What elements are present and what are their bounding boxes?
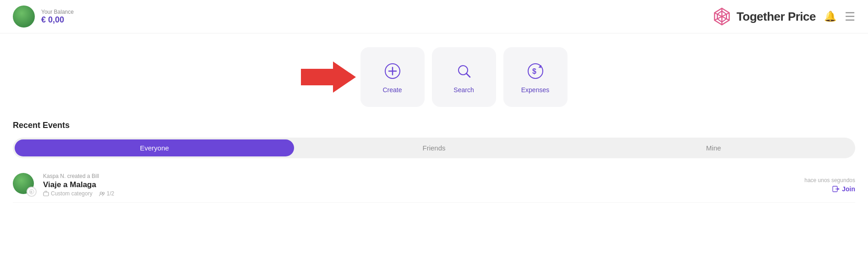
event-avatar-badge: B [27,187,37,197]
expenses-card-label: Expenses [521,86,549,94]
balance-info: Your Balance € 0,00 [41,9,74,25]
svg-point-17 [103,192,104,194]
header-right: Together Price 🔔 ☰ [712,6,855,27]
recent-events-section: Recent Events Everyone Friends Mine B Ka… [0,121,868,203]
action-section: Create Search $ Expenses [0,33,868,116]
event-created-by: Kaspa N. created a Bill [43,173,114,179]
dollar-circle-icon: $ [526,62,545,80]
event-participants: 1/2 [99,190,115,197]
hamburger-menu-icon[interactable]: ☰ [845,10,855,24]
tab-friends[interactable]: Friends [294,139,573,156]
tab-everyone[interactable]: Everyone [15,139,294,156]
user-avatar [13,6,35,28]
svg-text:B: B [30,190,33,194]
tab-mine[interactable]: Mine [574,139,853,156]
brand: Together Price [712,6,816,27]
event-avatar-wrap: B [13,173,37,197]
recent-events-title: Recent Events [13,121,855,130]
search-circle-icon [455,62,473,80]
svg-rect-15 [44,192,49,196]
events-tabs-bar: Everyone Friends Mine [13,138,855,158]
svg-line-10 [466,73,470,77]
join-label: Join [842,185,855,193]
event-name: Viaje a Malaga [43,180,114,189]
category-icon [43,191,49,197]
expenses-card[interactable]: $ Expenses [503,47,568,107]
plus-circle-icon [383,62,402,80]
create-card-label: Create [382,86,402,94]
notification-bell-icon[interactable]: 🔔 [824,11,836,22]
balance-label: Your Balance [41,9,74,15]
action-cards: Create Search $ Expenses [360,47,568,107]
search-icon-wrap [453,61,475,82]
event-meta: Custom category 1/2 [43,190,114,197]
event-right: hace unos segundos Join [804,177,855,193]
red-arrow-icon [301,59,356,95]
create-card[interactable]: Create [360,47,425,107]
header-left: Your Balance € 0,00 [13,6,74,28]
search-card-label: Search [453,86,474,94]
badge-icon: B [29,189,34,194]
balance-amount: € 0,00 [41,15,74,25]
brand-name: Together Price [737,10,816,24]
event-info: Kaspa N. created a Bill Viaje a Malaga C… [43,173,114,197]
svg-text:$: $ [532,67,536,75]
event-left: B Kaspa N. created a Bill Viaje a Malaga… [13,173,114,197]
search-card[interactable]: Search [432,47,496,107]
join-button[interactable]: Join [832,185,855,193]
expenses-icon-wrap: $ [525,61,546,82]
brand-logo-icon [712,6,732,27]
app-header: Your Balance € 0,00 Together Price 🔔 ☰ [0,0,868,33]
arrow-indicator [301,59,356,95]
svg-marker-5 [301,61,356,93]
event-category: Custom category [43,190,93,197]
join-icon [832,185,840,193]
event-time: hace unos segundos [804,177,855,183]
create-icon-wrap [382,61,403,82]
event-item: B Kaspa N. created a Bill Viaje a Malaga… [13,167,855,203]
participants-icon [99,191,105,197]
